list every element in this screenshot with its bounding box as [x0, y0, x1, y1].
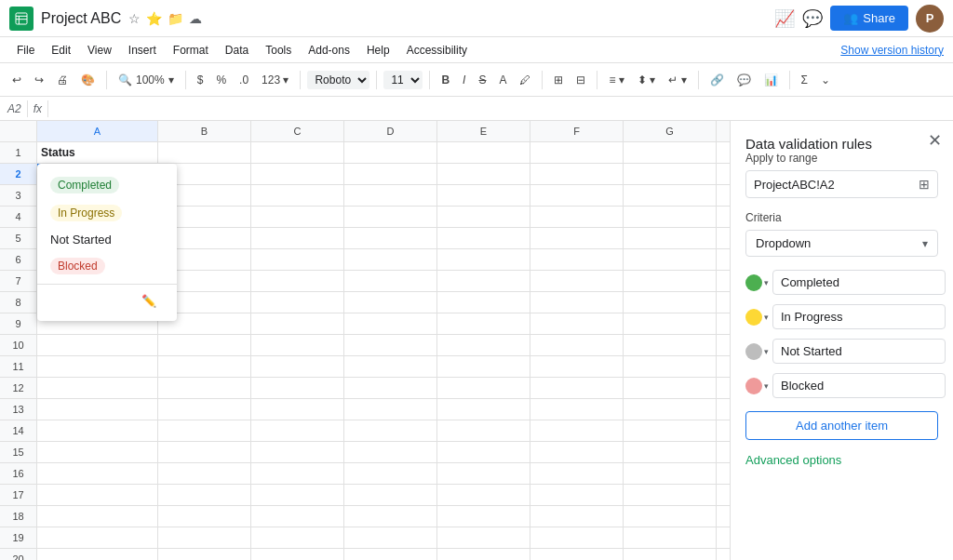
cell-h1[interactable]	[717, 142, 730, 163]
cell-e10[interactable]	[437, 335, 530, 355]
zoom-button[interactable]: 🔍 100% ▾	[114, 69, 179, 91]
cell-b17[interactable]	[158, 485, 251, 505]
cell-e1[interactable]	[437, 142, 530, 163]
menu-tools[interactable]: Tools	[258, 41, 299, 60]
cell-c17[interactable]	[251, 485, 344, 505]
cell-d8[interactable]	[344, 292, 437, 313]
cell-a18[interactable]	[37, 506, 158, 527]
cell-g18[interactable]	[624, 506, 717, 527]
cell-h20[interactable]	[717, 549, 730, 560]
cell-c15[interactable]	[251, 442, 344, 462]
cell-g19[interactable]	[624, 527, 717, 548]
formula-input[interactable]	[54, 101, 946, 115]
merge-button[interactable]: ⊟	[571, 71, 590, 89]
cell-b11[interactable]	[158, 356, 251, 377]
cell-g10[interactable]	[624, 335, 717, 355]
cell-h12[interactable]	[717, 378, 730, 398]
cell-g11[interactable]	[624, 356, 717, 377]
col-header-g[interactable]: G	[624, 121, 717, 141]
cell-b13[interactable]	[158, 399, 251, 420]
col-header-h[interactable]: H	[717, 121, 730, 141]
bookmark-icon[interactable]: ☆	[128, 11, 141, 26]
add-another-item-button[interactable]: Add another item	[745, 411, 938, 440]
row-num-3[interactable]: 3	[0, 185, 37, 206]
cell-c16[interactable]	[251, 463, 344, 484]
col-header-a[interactable]: A	[37, 121, 158, 141]
cell-g14[interactable]	[624, 420, 717, 441]
redo-button[interactable]: ↪	[30, 71, 48, 89]
cell-h15[interactable]	[717, 442, 730, 462]
bold-button[interactable]: B	[436, 71, 454, 89]
cell-e6[interactable]	[437, 249, 530, 270]
cell-f4[interactable]	[530, 207, 624, 227]
cell-h17[interactable]	[717, 485, 730, 505]
row-num-4[interactable]: 4	[0, 207, 37, 227]
cell-c18[interactable]	[251, 506, 344, 527]
cell-b1[interactable]	[158, 142, 251, 163]
dropdown-item-blocked[interactable]: Blocked	[37, 252, 177, 280]
cell-h6[interactable]	[717, 249, 730, 270]
val-input-inprogress[interactable]	[772, 304, 946, 329]
cell-e20[interactable]	[437, 549, 530, 560]
row-num-11[interactable]: 11	[0, 356, 37, 377]
grid-select-icon[interactable]: ⊞	[919, 177, 930, 192]
version-history-link[interactable]: Show version history	[840, 44, 944, 57]
cell-a19[interactable]	[37, 527, 158, 548]
italic-button[interactable]: I	[458, 71, 470, 89]
menu-file[interactable]: File	[9, 41, 42, 60]
menu-insert[interactable]: Insert	[121, 41, 164, 60]
cell-a12[interactable]	[37, 378, 158, 398]
font-color-button[interactable]: A	[494, 71, 511, 89]
row-num-9[interactable]: 9	[0, 313, 37, 334]
cell-d11[interactable]	[344, 356, 437, 377]
cell-c20[interactable]	[251, 549, 344, 560]
color-picker-inprogress[interactable]: ▾	[745, 309, 769, 326]
menu-edit[interactable]: Edit	[44, 41, 78, 60]
cell-g20[interactable]	[624, 549, 717, 560]
folder-icon[interactable]: 📁	[168, 11, 183, 26]
cell-f12[interactable]	[530, 378, 624, 398]
cell-e15[interactable]	[437, 442, 530, 462]
more-button[interactable]: ⌄	[816, 71, 835, 89]
cell-f3[interactable]	[530, 185, 624, 206]
cell-d7[interactable]	[344, 271, 437, 291]
cell-d5[interactable]	[344, 228, 437, 248]
comment-button[interactable]: 💬	[732, 71, 756, 89]
undo-button[interactable]: ↩	[7, 71, 26, 89]
menu-data[interactable]: Data	[218, 41, 256, 60]
cell-a14[interactable]	[37, 420, 158, 441]
number-format-button[interactable]: 123 ▾	[257, 71, 293, 89]
val-input-notstarted[interactable]	[772, 339, 946, 364]
chart-icon[interactable]: 📈	[774, 8, 795, 29]
cell-c8[interactable]	[251, 292, 344, 313]
print-button[interactable]: 🖨	[52, 71, 73, 89]
cell-h18[interactable]	[717, 506, 730, 527]
cell-f6[interactable]	[530, 249, 624, 270]
font-size-selector[interactable]: 11	[383, 71, 423, 89]
cell-h3[interactable]	[717, 185, 730, 206]
cell-f10[interactable]	[530, 335, 624, 355]
cell-e3[interactable]	[437, 185, 530, 206]
cell-b18[interactable]	[158, 506, 251, 527]
cell-e18[interactable]	[437, 506, 530, 527]
cell-c6[interactable]	[251, 249, 344, 270]
cell-f14[interactable]	[530, 420, 624, 441]
row-num-20[interactable]: 20	[0, 549, 37, 560]
cell-f11[interactable]	[530, 356, 624, 377]
panel-close-button[interactable]: ✕	[928, 132, 942, 149]
cell-a16[interactable]	[37, 463, 158, 484]
range-input[interactable]	[754, 178, 919, 192]
cell-e9[interactable]	[437, 313, 530, 334]
cell-e2[interactable]	[437, 164, 530, 184]
cell-h4[interactable]	[717, 207, 730, 227]
cell-e13[interactable]	[437, 399, 530, 420]
cell-f19[interactable]	[530, 527, 624, 548]
cell-h14[interactable]	[717, 420, 730, 441]
cell-f9[interactable]	[530, 313, 624, 334]
status-header-cell[interactable]: Status	[37, 142, 158, 163]
cell-c14[interactable]	[251, 420, 344, 441]
cell-c4[interactable]	[251, 207, 344, 227]
cell-g8[interactable]	[624, 292, 717, 313]
cell-h10[interactable]	[717, 335, 730, 355]
row-num-13[interactable]: 13	[0, 399, 37, 420]
